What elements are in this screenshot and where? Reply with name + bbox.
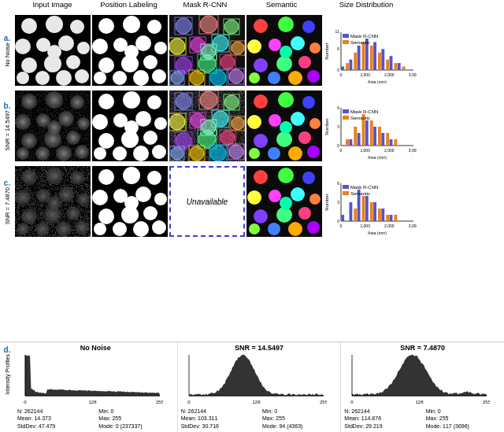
row-b-letter: b. bbox=[4, 102, 11, 110]
bottom-label-text: Intensity Profiles bbox=[5, 354, 10, 394]
row-a: a. No Noise bbox=[0, 13, 504, 88]
row-b-label: b. SNR = 14.5497 bbox=[0, 88, 14, 164]
stat-n-3: N: 262144 bbox=[344, 408, 419, 415]
stat-max-1: Max: 255 bbox=[98, 415, 173, 423]
row-a-letter: a. bbox=[4, 34, 10, 42]
stat-mode-2: Mode: 94 (4363) bbox=[262, 423, 337, 430]
intensity-chart-1 bbox=[17, 353, 174, 407]
col-header-3: Mask R-CNN bbox=[167, 0, 243, 13]
stat-n-2: N: 262144 bbox=[181, 408, 256, 415]
col-header-5: Size Distribution bbox=[320, 0, 413, 13]
row-c-letter: c. bbox=[4, 179, 10, 187]
intensity-stats-3: N: 262144 Min: 0 Mean: 114.876 Max: 255 … bbox=[344, 408, 501, 430]
stat-std-3: StdDev: 29.219 bbox=[344, 423, 419, 430]
row-a-text: No Noise bbox=[4, 42, 11, 67]
row-a-label: a. No Noise bbox=[0, 13, 14, 88]
intensity-stats-1: N: 262144 Min: 0 Mean: 14.373 Max: 255 S… bbox=[17, 408, 174, 430]
intensity-panel-2: SNR = 14.5497 N: 262144 Min: 0 Mean: 103… bbox=[178, 342, 342, 432]
stat-min-2: Min: 0 bbox=[262, 408, 337, 415]
row-a-mask bbox=[169, 15, 245, 86]
row-a-semantic bbox=[246, 15, 322, 86]
bottom-letter: d. bbox=[4, 345, 11, 354]
intensity-title-2: SNR = 14.5497 bbox=[181, 344, 338, 352]
col-header-1: Input Image bbox=[14, 0, 91, 13]
intensity-chart-3 bbox=[344, 353, 501, 407]
stat-mean-1: Mean: 14.373 bbox=[17, 415, 92, 423]
stat-mean-2: Mean: 103.311 bbox=[181, 415, 256, 423]
stat-max-3: Max: 255 bbox=[426, 415, 501, 423]
stat-max-2: Max: 255 bbox=[262, 415, 337, 423]
stat-std-1: StdDev: 47.479 bbox=[17, 423, 92, 430]
row-c-mask-unavailable: Unavailable bbox=[169, 166, 245, 237]
row-c-input bbox=[15, 166, 91, 237]
row-a-chart bbox=[324, 15, 417, 86]
row-b-mask bbox=[169, 90, 245, 161]
row-a-input bbox=[15, 15, 91, 86]
row-b: b. SNR = 14.5497 bbox=[0, 88, 504, 164]
rows-area: a. No Noise b. SNR = 14.5497 bbox=[0, 13, 504, 340]
intensity-title-1: No Noise bbox=[17, 344, 174, 352]
intensity-title-3: SNR = 7.4870 bbox=[344, 344, 501, 352]
stat-min-1: Min: 0 bbox=[98, 408, 173, 415]
row-c-label: c. SNR = 7.4870 bbox=[0, 164, 14, 239]
stat-min-3: Min: 0 bbox=[426, 408, 501, 415]
stat-n-1: N: 262144 bbox=[17, 408, 92, 415]
stat-mean-3: Mean: 114.876 bbox=[344, 415, 419, 423]
column-headers: Input Image Position Labeling Mask R-CNN… bbox=[14, 0, 504, 13]
row-c-text: SNR = 7.4870 bbox=[4, 187, 11, 224]
bottom-label: d. Intensity Profiles bbox=[0, 342, 14, 432]
row-b-position bbox=[92, 90, 168, 161]
unavailable-text: Unavailable bbox=[187, 198, 228, 206]
row-b-text: SNR = 14.5497 bbox=[4, 110, 11, 151]
col-header-2: Position Labeling bbox=[91, 0, 167, 13]
row-b-input bbox=[15, 90, 91, 161]
row-a-position bbox=[92, 15, 168, 86]
col-header-4: Semantic bbox=[243, 0, 320, 13]
row-b-semantic bbox=[246, 90, 322, 161]
intensity-panel-1: No Noise N: 262144 Min: 0 Mean: 14.373 M… bbox=[14, 342, 178, 432]
row-b-chart bbox=[324, 90, 417, 161]
intensity-stats-2: N: 262144 Min: 0 Mean: 103.311 Max: 255 … bbox=[181, 408, 338, 430]
row-c-semantic bbox=[246, 166, 322, 237]
intensity-panel-3: SNR = 7.4870 N: 262144 Min: 0 Mean: 114.… bbox=[341, 342, 504, 432]
main-container: Input Image Position Labeling Mask R-CNN… bbox=[0, 0, 504, 432]
stat-std-2: StdDev: 30.716 bbox=[181, 423, 256, 430]
row-c-chart bbox=[324, 166, 417, 237]
stat-mode-1: Mode: 0 (237337) bbox=[98, 423, 173, 430]
row-c: c. SNR = 7.4870 Unavailable bbox=[0, 164, 504, 239]
intensity-chart-2 bbox=[181, 353, 338, 407]
stat-mode-3: Mode: 117 (3696) bbox=[426, 423, 501, 430]
bottom-row: d. Intensity Profiles No Noise N: 262144… bbox=[0, 342, 504, 432]
row-c-position bbox=[92, 166, 168, 237]
